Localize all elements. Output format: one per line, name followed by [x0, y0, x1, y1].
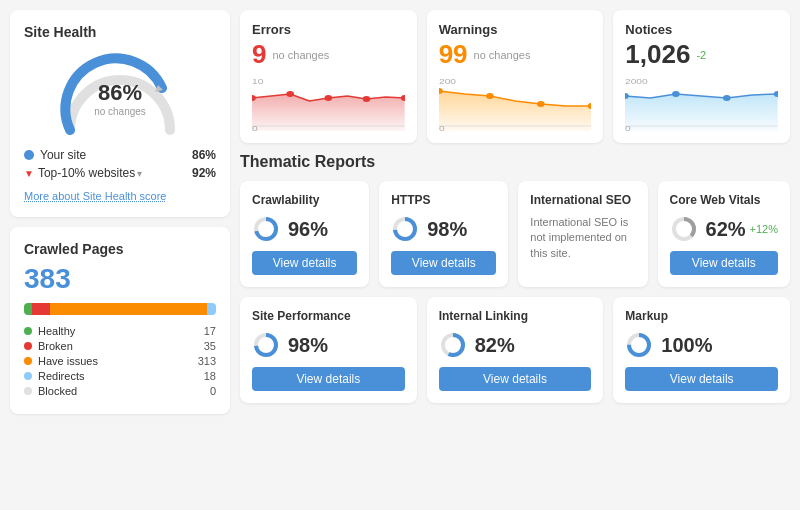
val-healthy: 17 — [204, 325, 216, 337]
bar-redirects — [207, 303, 216, 315]
warnings-change: no changes — [474, 49, 531, 61]
donut-markup — [625, 331, 653, 359]
top-site-label: Top-10% websites — [38, 166, 135, 180]
gauge-percentage: 86% — [94, 80, 146, 106]
crawled-pages-bar — [24, 303, 216, 315]
dot-redirects — [24, 372, 32, 380]
cwv-view-btn[interactable]: View details — [670, 251, 778, 275]
markup-view-btn[interactable]: View details — [625, 367, 778, 391]
gauge-container: 86% no changes — [24, 50, 216, 140]
crawlability-view-btn[interactable]: View details — [252, 251, 357, 275]
donut-sp — [252, 331, 280, 359]
donut-crawlability — [252, 215, 280, 243]
reports-bottom-grid: Site Performance 98% View details Intern… — [240, 297, 790, 403]
report-crawlability: Crawlability 96% View details — [240, 181, 369, 287]
dot-issues — [24, 357, 32, 365]
val-redirects: 18 — [204, 370, 216, 382]
legend-row-broken: Broken 35 — [24, 340, 216, 352]
warnings-value: 99 — [439, 39, 468, 70]
val-broken: 35 — [204, 340, 216, 352]
errors-card: Errors 9 no changes — [240, 10, 417, 143]
crawled-pages-count: 383 — [24, 263, 216, 295]
svg-text:0: 0 — [625, 124, 631, 131]
more-about-site-health-link[interactable]: More about Site Health score — [24, 190, 166, 202]
top-metrics: Errors 9 no changes — [240, 10, 790, 143]
reports-top-grid: Crawlability 96% View details HTTPS — [240, 181, 790, 287]
errors-title: Errors — [252, 22, 405, 37]
report-internal-linking: Internal Linking 82% View details — [427, 297, 604, 403]
report-sp-name: Site Performance — [252, 309, 405, 323]
your-site-row: Your site 86% — [24, 148, 216, 162]
label-issues: Have issues — [38, 355, 98, 367]
report-cwv-name: Core Web Vitals — [670, 193, 778, 207]
legend-row-blocked: Blocked 0 — [24, 385, 216, 397]
bar-broken — [32, 303, 49, 315]
top-site-row: ▼ Top-10% websites ▾ 92% — [24, 166, 216, 180]
svg-point-3 — [286, 91, 294, 97]
donut-cwv — [670, 215, 698, 243]
your-site-val: 86% — [192, 148, 216, 162]
warnings-card: Warnings 99 no changes 0 — [427, 10, 604, 143]
notices-chart: 0 2000 — [625, 76, 778, 131]
report-sp-pct: 98% — [288, 334, 328, 357]
report-core-web-vitals: Core Web Vitals 62% +12% View details — [658, 181, 790, 287]
top-site-val: 92% — [192, 166, 216, 180]
errors-value: 9 — [252, 39, 266, 70]
donut-il — [439, 331, 467, 359]
report-il-pct: 82% — [475, 334, 515, 357]
thematic-reports-title: Thematic Reports — [240, 153, 790, 171]
val-blocked: 0 — [210, 385, 216, 397]
bar-issues — [50, 303, 207, 315]
label-blocked: Blocked — [38, 385, 77, 397]
top-site-chevron[interactable]: ▾ — [137, 168, 142, 179]
svg-text:0: 0 — [439, 124, 445, 131]
svg-point-13 — [537, 101, 545, 107]
notices-value: 1,026 — [625, 39, 690, 70]
report-markup-pct: 100% — [661, 334, 712, 357]
report-cwv-pct: 62% — [706, 218, 746, 241]
svg-point-5 — [363, 96, 371, 102]
crawled-pages-card: Crawled Pages 383 Healthy 17 — [10, 227, 230, 414]
label-broken: Broken — [38, 340, 73, 352]
report-crawlability-name: Crawlability — [252, 193, 357, 207]
label-healthy: Healthy — [38, 325, 75, 337]
svg-point-20 — [672, 91, 680, 97]
il-view-btn[interactable]: View details — [439, 367, 592, 391]
svg-point-21 — [723, 95, 731, 101]
bar-healthy — [24, 303, 32, 315]
legend-row-redirects: Redirects 18 — [24, 370, 216, 382]
donut-https — [391, 215, 419, 243]
site-health-legend: Your site 86% ▼ Top-10% websites ▾ 92% — [24, 148, 216, 180]
errors-chart: 0 10 — [252, 76, 405, 131]
svg-marker-18 — [625, 94, 778, 131]
site-health-card: Site Health 86% no changes — [10, 10, 230, 217]
crawled-legend: Healthy 17 Broken 35 Have issues — [24, 325, 216, 397]
notices-card: Notices 1,026 -2 0 — [613, 10, 790, 143]
warnings-chart: 0 200 — [439, 76, 592, 131]
report-intl-seo-name: International SEO — [530, 193, 635, 207]
dot-broken — [24, 342, 32, 350]
legend-row-issues: Have issues 313 — [24, 355, 216, 367]
your-site-dot — [24, 150, 34, 160]
your-site-label: Your site — [40, 148, 86, 162]
top-site-marker: ▼ — [24, 168, 34, 179]
sp-view-btn[interactable]: View details — [252, 367, 405, 391]
https-view-btn[interactable]: View details — [391, 251, 496, 275]
errors-change: no changes — [272, 49, 329, 61]
gauge-sublabel: no changes — [94, 106, 146, 117]
svg-text:200: 200 — [439, 77, 456, 86]
report-intl-seo-desc: International SEO is not implemented on … — [530, 215, 635, 261]
report-cwv-change: +12% — [750, 223, 778, 235]
report-https-pct: 98% — [427, 218, 467, 241]
notices-change: -2 — [696, 49, 706, 61]
gauge-text: 86% no changes — [94, 80, 146, 117]
report-site-performance: Site Performance 98% View details — [240, 297, 417, 403]
report-markup-name: Markup — [625, 309, 778, 323]
report-https: HTTPS 98% View details — [379, 181, 508, 287]
report-crawlability-pct: 96% — [288, 218, 328, 241]
report-markup: Markup 100% View details — [613, 297, 790, 403]
report-intl-seo: International SEO International SEO is n… — [518, 181, 647, 287]
warnings-title: Warnings — [439, 22, 592, 37]
svg-marker-10 — [439, 91, 592, 131]
legend-row-healthy: Healthy 17 — [24, 325, 216, 337]
